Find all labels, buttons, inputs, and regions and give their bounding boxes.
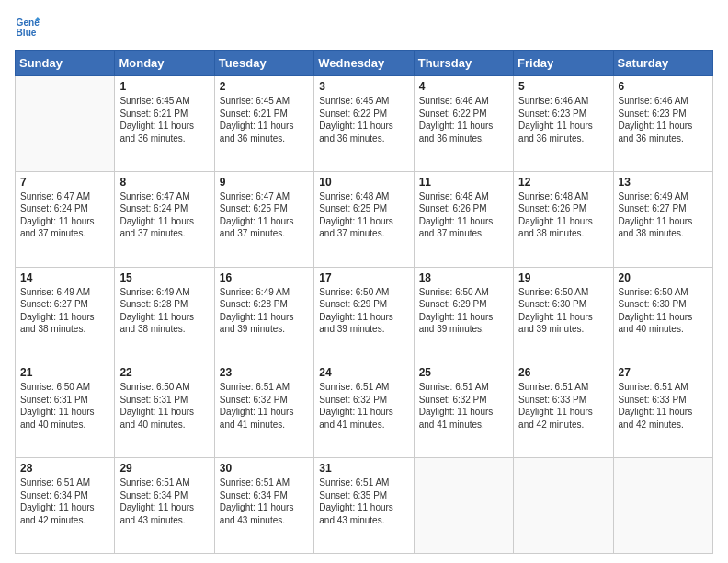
day-info: Sunrise: 6:50 AMSunset: 6:31 PMDaylight:… (119, 381, 209, 431)
sunrise-text: Sunrise: 6:51 AM (619, 382, 688, 392)
sunrise-text: Sunrise: 6:51 AM (20, 477, 90, 488)
sunset-text: Sunset: 6:25 PM (220, 203, 288, 213)
day-info: Sunrise: 6:47 AMSunset: 6:24 PMDaylight:… (119, 190, 209, 240)
calendar-cell (514, 458, 613, 554)
calendar-cell: 26Sunrise: 6:51 AMSunset: 6:33 PMDayligh… (514, 362, 613, 458)
weekday-header-friday: Friday (514, 51, 613, 76)
day-number: 5 (518, 80, 608, 93)
sunset-text: Sunset: 6:21 PM (119, 109, 188, 119)
sunset-text: Sunset: 6:24 PM (20, 203, 88, 213)
daylight-text: Daylight: 11 hours and 42 minutes. (20, 502, 95, 525)
calendar-cell: 2Sunrise: 6:45 AMSunset: 6:21 PMDaylight… (214, 76, 313, 172)
calendar-cell: 29Sunrise: 6:51 AMSunset: 6:34 PMDayligh… (115, 458, 214, 554)
day-number: 25 (419, 366, 508, 379)
sunset-text: Sunset: 6:28 PM (220, 299, 288, 309)
header: General Blue (15, 15, 713, 40)
sunset-text: Sunset: 6:27 PM (20, 299, 88, 309)
daylight-text: Daylight: 11 hours and 38 minutes. (518, 216, 593, 239)
daylight-text: Daylight: 11 hours and 39 minutes. (518, 312, 593, 335)
sunrise-text: Sunrise: 6:48 AM (319, 191, 389, 201)
day-info: Sunrise: 6:46 AMSunset: 6:23 PMDaylight:… (518, 95, 608, 144)
calendar-week-3: 21Sunrise: 6:50 AMSunset: 6:31 PMDayligh… (16, 362, 713, 458)
day-number: 19 (518, 271, 608, 284)
day-number: 15 (119, 271, 209, 284)
sunrise-text: Sunrise: 6:50 AM (20, 382, 90, 392)
weekday-header-monday: Monday (115, 51, 214, 76)
day-number: 20 (619, 271, 708, 284)
weekday-header-sunday: Sunday (16, 51, 115, 76)
calendar-cell: 28Sunrise: 6:51 AMSunset: 6:34 PMDayligh… (16, 458, 115, 554)
sunset-text: Sunset: 6:22 PM (319, 109, 387, 119)
day-number: 7 (20, 176, 109, 189)
day-number: 28 (20, 462, 109, 475)
day-number: 12 (518, 176, 608, 189)
logo: General Blue (15, 15, 44, 40)
daylight-text: Daylight: 11 hours and 36 minutes. (319, 121, 393, 144)
calendar-cell: 11Sunrise: 6:48 AMSunset: 6:26 PMDayligh… (414, 171, 513, 267)
day-number: 18 (419, 271, 508, 284)
sunrise-text: Sunrise: 6:46 AM (419, 96, 489, 106)
daylight-text: Daylight: 11 hours and 36 minutes. (220, 121, 294, 144)
sunset-text: Sunset: 6:23 PM (619, 109, 687, 119)
sunset-text: Sunset: 6:32 PM (220, 395, 288, 405)
sunset-text: Sunset: 6:30 PM (619, 299, 687, 309)
calendar-cell: 4Sunrise: 6:46 AMSunset: 6:22 PMDaylight… (414, 76, 513, 172)
day-info: Sunrise: 6:51 AMSunset: 6:35 PMDaylight:… (319, 477, 408, 526)
day-number: 27 (619, 366, 708, 379)
calendar-cell: 21Sunrise: 6:50 AMSunset: 6:31 PMDayligh… (16, 362, 115, 458)
day-number: 14 (20, 271, 109, 284)
sunset-text: Sunset: 6:26 PM (419, 203, 487, 213)
day-info: Sunrise: 6:46 AMSunset: 6:23 PMDaylight:… (619, 95, 708, 144)
daylight-text: Daylight: 11 hours and 40 minutes. (619, 312, 693, 335)
sunset-text: Sunset: 6:32 PM (319, 395, 387, 405)
sunrise-text: Sunrise: 6:47 AM (119, 191, 189, 201)
sunrise-text: Sunrise: 6:51 AM (220, 477, 290, 488)
sunrise-text: Sunrise: 6:48 AM (518, 191, 588, 201)
sunrise-text: Sunrise: 6:50 AM (518, 287, 588, 297)
day-info: Sunrise: 6:47 AMSunset: 6:24 PMDaylight:… (20, 190, 109, 240)
daylight-text: Daylight: 11 hours and 37 minutes. (20, 216, 95, 239)
sunset-text: Sunset: 6:27 PM (619, 203, 687, 213)
calendar-cell: 17Sunrise: 6:50 AMSunset: 6:29 PMDayligh… (314, 267, 414, 362)
calendar-cell: 20Sunrise: 6:50 AMSunset: 6:30 PMDayligh… (613, 267, 712, 362)
day-number: 29 (119, 462, 209, 475)
day-info: Sunrise: 6:49 AMSunset: 6:28 PMDaylight:… (220, 286, 309, 336)
sunrise-text: Sunrise: 6:51 AM (319, 382, 389, 392)
sunrise-text: Sunrise: 6:51 AM (119, 477, 189, 488)
sunset-text: Sunset: 6:30 PM (518, 299, 586, 309)
daylight-text: Daylight: 11 hours and 42 minutes. (518, 407, 593, 430)
day-info: Sunrise: 6:50 AMSunset: 6:31 PMDaylight:… (20, 381, 109, 431)
daylight-text: Daylight: 11 hours and 39 minutes. (319, 312, 393, 335)
sunset-text: Sunset: 6:29 PM (319, 299, 387, 309)
sunrise-text: Sunrise: 6:51 AM (319, 477, 389, 488)
day-info: Sunrise: 6:51 AMSunset: 6:34 PMDaylight:… (20, 477, 109, 526)
sunset-text: Sunset: 6:33 PM (518, 395, 586, 405)
sunrise-text: Sunrise: 6:48 AM (419, 191, 489, 201)
day-info: Sunrise: 6:51 AMSunset: 6:33 PMDaylight:… (518, 381, 608, 431)
sunset-text: Sunset: 6:22 PM (419, 109, 487, 119)
sunrise-text: Sunrise: 6:49 AM (619, 191, 688, 201)
sunrise-text: Sunrise: 6:51 AM (419, 382, 489, 392)
sunset-text: Sunset: 6:34 PM (220, 490, 288, 500)
day-number: 2 (220, 80, 309, 93)
calendar-table: SundayMondayTuesdayWednesdayThursdayFrid… (15, 50, 713, 554)
calendar-cell: 12Sunrise: 6:48 AMSunset: 6:26 PMDayligh… (514, 171, 613, 267)
daylight-text: Daylight: 11 hours and 41 minutes. (319, 407, 393, 430)
logo-icon: General Blue (15, 15, 40, 40)
sunset-text: Sunset: 6:23 PM (518, 109, 586, 119)
sunrise-text: Sunrise: 6:47 AM (20, 191, 90, 201)
calendar-week-0: 1Sunrise: 6:45 AMSunset: 6:21 PMDaylight… (16, 76, 713, 172)
daylight-text: Daylight: 11 hours and 43 minutes. (319, 502, 393, 525)
calendar-week-4: 28Sunrise: 6:51 AMSunset: 6:34 PMDayligh… (16, 458, 713, 554)
sunrise-text: Sunrise: 6:51 AM (220, 382, 290, 392)
sunrise-text: Sunrise: 6:45 AM (319, 96, 389, 106)
daylight-text: Daylight: 11 hours and 37 minutes. (419, 216, 494, 239)
daylight-text: Daylight: 11 hours and 38 minutes. (20, 312, 95, 335)
sunset-text: Sunset: 6:32 PM (419, 395, 487, 405)
sunrise-text: Sunrise: 6:50 AM (619, 287, 688, 297)
daylight-text: Daylight: 11 hours and 36 minutes. (619, 121, 693, 144)
day-info: Sunrise: 6:45 AMSunset: 6:21 PMDaylight:… (119, 95, 209, 144)
calendar-cell: 23Sunrise: 6:51 AMSunset: 6:32 PMDayligh… (214, 362, 313, 458)
sunset-text: Sunset: 6:21 PM (220, 109, 288, 119)
daylight-text: Daylight: 11 hours and 40 minutes. (20, 407, 95, 430)
